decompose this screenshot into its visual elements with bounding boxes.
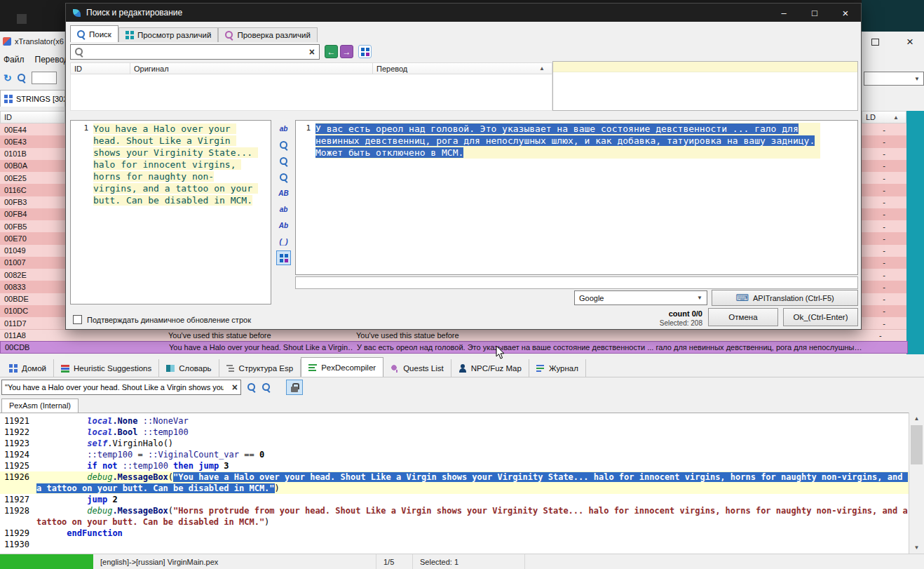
search-add-button[interactable] — [276, 154, 291, 168]
ok-button[interactable]: Ok_(Ctrl-Enter) — [783, 308, 858, 326]
row-id[interactable]: 00B0A — [0, 160, 65, 172]
row-ld[interactable]: - — [862, 232, 906, 244]
filter-combobox[interactable]: ▼ — [864, 72, 924, 86]
row-id[interactable]: 01049 — [0, 245, 65, 257]
code-line[interactable]: 11925 if not ::temp100 then jump 3 — [0, 460, 909, 471]
uppercase-button[interactable]: AB — [276, 186, 291, 201]
row-id[interactable]: 011D7 — [0, 317, 65, 329]
tab-структура-esp[interactable]: Структура Esp — [219, 359, 301, 377]
engine-select[interactable]: Google ▼ — [574, 290, 707, 305]
tab-словарь[interactable]: Словарь — [159, 359, 219, 377]
dialog-titlebar[interactable]: Поиск и редактирование – □ × — [66, 4, 861, 22]
column-header-original[interactable]: Оригинал — [130, 62, 373, 74]
tab-домой[interactable]: Домой — [2, 359, 54, 377]
dialog-results-grid[interactable] — [70, 74, 552, 111]
row-ld[interactable]: - — [862, 148, 906, 160]
insert-original-button[interactable]: ← — [325, 45, 338, 58]
tab-npc-fuz-map[interactable]: NPC/Fuz Map — [451, 359, 529, 377]
column-header-id[interactable]: ID — [70, 62, 130, 74]
minimize-icon[interactable]: – — [768, 4, 799, 22]
row-id[interactable]: 00FB5 — [0, 220, 65, 232]
row-id[interactable]: 00BDE — [0, 293, 65, 305]
close-icon[interactable]: × — [830, 4, 861, 22]
translate-button[interactable] — [276, 250, 291, 265]
dialog-search-input[interactable] — [88, 48, 305, 56]
tab-pexasm-internal[interactable]: PexAsm (Internal) — [1, 399, 79, 413]
code-line[interactable]: 11930 — [0, 539, 909, 550]
dialog-search-box[interactable]: × — [70, 44, 320, 60]
row-ld[interactable]: - — [862, 220, 906, 232]
maximize-icon[interactable] — [871, 39, 879, 46]
insert-translation-button[interactable]: → — [340, 45, 353, 58]
dialog-tab-check-diff[interactable]: Проверка различий — [218, 27, 317, 42]
lock-button[interactable] — [286, 380, 303, 395]
code-line[interactable]: 11929 endFunction — [0, 528, 909, 539]
row-id[interactable]: 01007 — [0, 257, 65, 269]
original-editor[interactable]: 1 You have a Halo over your head. Shout … — [70, 120, 271, 304]
close-icon[interactable]: × — [906, 34, 913, 50]
row-ld[interactable]: - — [862, 245, 906, 257]
search-button[interactable] — [276, 138, 291, 152]
tab-pexdecompiler[interactable]: PexDecompiler — [301, 357, 383, 377]
code-line[interactable]: 11927 jump 2 — [0, 494, 909, 505]
tab-журнал[interactable]: Журнал — [529, 359, 586, 377]
scroll-down-icon[interactable]: ▼ — [909, 542, 924, 554]
code-scrollbar[interactable]: ▲ ▼ — [909, 413, 924, 554]
row-ld[interactable]: - — [862, 135, 906, 147]
row-ld[interactable]: - — [862, 184, 906, 196]
pex-code-view[interactable]: 11921 local.None ::NoneVar11922 local.Bo… — [0, 413, 909, 554]
row-id[interactable]: 00E44 — [0, 123, 65, 135]
dialog-tab-view-diff[interactable]: Просмотр различий — [118, 27, 219, 42]
code-line[interactable]: 11923 self.VirginHalo() — [0, 438, 909, 449]
translate-grid-button[interactable] — [358, 45, 372, 58]
clear-icon[interactable]: × — [309, 47, 315, 57]
search-remove-button[interactable] — [276, 170, 291, 185]
cancel-button[interactable]: Отмена — [708, 308, 778, 326]
row-id[interactable]: 0116C — [0, 184, 65, 196]
ld-column-header[interactable]: LD ▲ — [862, 111, 906, 123]
row-id[interactable]: 00FB4 — [0, 208, 65, 220]
checkbox-icon[interactable] — [73, 315, 82, 324]
tab-quests-list[interactable]: Quests List — [383, 359, 451, 377]
row-ld[interactable]: - — [862, 293, 906, 305]
titlecase-button[interactable]: Ab — [276, 218, 291, 233]
row-id[interactable]: 00E25 — [0, 172, 65, 184]
row-id[interactable]: 010DC — [0, 305, 65, 317]
search-up-icon[interactable] — [262, 383, 271, 391]
scroll-up-icon[interactable]: ▲ — [909, 413, 924, 424]
code-line[interactable]: 11924 ::temp100 = ::ViginalCount_var == … — [0, 449, 909, 460]
menu-translate[interactable]: Перевод — [35, 55, 69, 65]
pex-search-input[interactable] — [2, 380, 226, 394]
dialog-tab-search[interactable]: Поиск — [70, 25, 118, 42]
table-row-selected[interactable]: 00CDB You have a Halo over your head. Sh… — [0, 341, 908, 354]
scrollbar-thumb[interactable] — [911, 425, 923, 464]
column-header-translation[interactable]: Перевод ▲ — [373, 62, 552, 74]
refresh-icon[interactable]: ↻ — [4, 72, 12, 83]
row-ld[interactable]: - — [862, 123, 906, 135]
row-id[interactable]: 0101B — [0, 148, 65, 160]
table-row[interactable]: 011A8 You've used this statue before You… — [0, 329, 906, 341]
row-id[interactable]: 00E43 — [0, 135, 65, 147]
row-id[interactable]: 00833 — [0, 281, 65, 293]
row-ld[interactable]: - — [862, 269, 906, 281]
pex-search-box[interactable]: × — [1, 380, 241, 395]
spellcheck-ab-button[interactable]: ab — [276, 121, 291, 136]
row-ld[interactable]: - — [862, 305, 906, 317]
row-ld[interactable]: - — [862, 257, 906, 269]
code-line[interactable]: 11921 local.None ::NoneVar — [0, 415, 909, 427]
confirm-dynamic-checkbox[interactable]: Подтверждать динамичное обновление строк — [73, 315, 251, 324]
row-id[interactable]: 00FB3 — [0, 196, 65, 208]
tab-heuristic-suggestions[interactable]: Heuristic Suggestions — [54, 359, 159, 377]
code-line[interactable]: 11922 local.Bool ::temp100 — [0, 427, 909, 438]
code-line[interactable]: 11928 debug.MessageBox("Horns protrude f… — [0, 505, 909, 528]
search-down-icon[interactable] — [247, 383, 256, 391]
underscore-button[interactable]: (_) — [276, 234, 291, 249]
row-id[interactable]: 00E70 — [0, 232, 65, 244]
translation-editor[interactable]: 1 У вас есть ореол над головой. Это указ… — [295, 120, 858, 275]
lowercase-button[interactable]: ab — [276, 202, 291, 217]
row-ld[interactable]: - — [862, 196, 906, 208]
code-line[interactable]: 11926 debug.MessageBox("You have a Halo … — [0, 471, 909, 494]
search-icon[interactable] — [18, 74, 26, 82]
maximize-icon[interactable]: □ — [799, 4, 830, 22]
menu-file[interactable]: Файл — [4, 55, 25, 65]
